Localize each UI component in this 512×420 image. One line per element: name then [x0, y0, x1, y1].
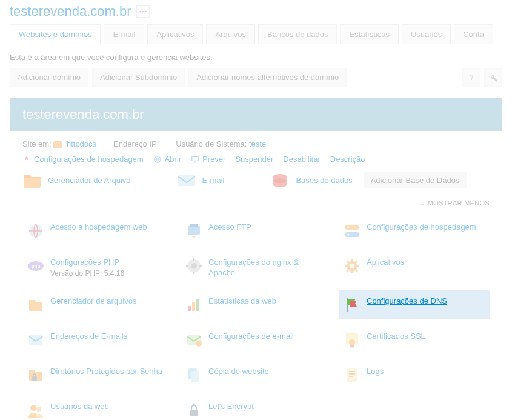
system-user-label: Usuário de Sistema: — [176, 139, 247, 148]
email-link[interactable]: E-mail — [177, 173, 225, 188]
help-button[interactable]: ? — [462, 68, 480, 87]
server-icon — [344, 222, 361, 239]
svg-rect-29 — [347, 368, 357, 382]
php-settings-link[interactable]: php Configurações PHP Versão do PHP: 5.4… — [22, 252, 173, 284]
web-users-link[interactable]: Usuários da web — [22, 396, 173, 420]
svg-rect-19 — [192, 302, 195, 311]
svg-point-25 — [349, 339, 355, 345]
domain-header: testerevenda.com.br — [10, 98, 502, 131]
databases-link[interactable]: Bases de dados — [270, 173, 352, 188]
suspend-link[interactable]: Suspender — [235, 155, 273, 164]
monitor-icon — [191, 155, 199, 164]
add-domain-button[interactable]: Adicionar domínio — [10, 68, 88, 87]
file-manager-link-grid[interactable]: Gerenciador de arquivos — [22, 290, 173, 319]
svg-point-15 — [191, 263, 197, 269]
svg-point-11 — [347, 233, 349, 235]
php-icon: php — [27, 258, 44, 275]
nginx-apache-link[interactable]: Configurações do nginx & Apache — [181, 252, 331, 284]
ftp-icon — [185, 222, 202, 239]
svg-rect-9 — [345, 232, 359, 237]
svg-rect-6 — [188, 226, 200, 235]
file-manager-link[interactable]: Gerenciador de Arquivo — [22, 173, 131, 188]
svg-point-10 — [347, 226, 349, 228]
envelope-icon — [27, 332, 44, 348]
domain-panel: testerevenda.com.br Site em: httpdocs En… — [10, 98, 502, 420]
svg-rect-32 — [190, 410, 198, 416]
system-user-link[interactable]: teste — [249, 139, 266, 148]
page-menu-button[interactable]: ⋯ — [136, 5, 150, 18]
site-in-label: Site em: — [22, 139, 52, 148]
httpdocs-link[interactable]: httpdocs — [67, 139, 96, 148]
folder-icon — [27, 296, 44, 313]
tab-email[interactable]: E-mail — [104, 24, 144, 44]
email-settings-link[interactable]: Configurações de e-mail — [181, 325, 331, 355]
tab-databases[interactable]: Bancos de dados — [258, 24, 337, 44]
svg-rect-26 — [32, 376, 37, 381]
svg-point-23 — [196, 341, 202, 347]
tab-websites-domains[interactable]: Websites e domínios — [10, 24, 101, 44]
globe-icon — [153, 155, 162, 164]
wrench-icon — [488, 73, 498, 82]
ftp-access-link[interactable]: Acesso FTP — [181, 216, 331, 245]
svg-rect-20 — [196, 299, 199, 311]
dns-settings-link[interactable]: Configurações de DNS — [339, 290, 490, 319]
svg-text:php: php — [32, 264, 41, 269]
main-tabs: Websites e domínios E-mail Aplicativos A… — [10, 24, 502, 44]
svg-rect-21 — [29, 335, 42, 345]
password-protected-dirs-link[interactable]: Diretórios Protegidos por Senha — [22, 361, 173, 390]
intro-text: Esta é a área em que você configura e ge… — [10, 44, 502, 68]
gear-globe-icon — [185, 258, 202, 275]
bar-chart-icon — [185, 296, 202, 313]
database-icon — [270, 173, 290, 188]
flag-icon — [344, 296, 361, 313]
logs-link[interactable]: Logs — [339, 361, 490, 390]
hosting-settings-link-grid[interactable]: Configurações de hospedagem — [339, 216, 490, 245]
preview-link[interactable]: Prever — [191, 155, 225, 164]
svg-rect-8 — [345, 225, 359, 230]
description-link[interactable]: Descrição — [330, 155, 365, 164]
lock-icon — [185, 402, 202, 419]
svg-point-4 — [273, 178, 287, 183]
web-statistics-link[interactable]: Estatísticas da web — [181, 290, 331, 319]
hosting-settings-link[interactable]: Configurações de hospedagem — [22, 155, 144, 164]
svg-rect-1 — [192, 156, 199, 161]
document-icon — [344, 367, 361, 384]
ssl-certificates-link[interactable]: Certificados SSL — [339, 325, 490, 355]
web-hosting-access-link[interactable]: Acesso a hospedagem web — [22, 216, 173, 245]
globe-icon — [27, 222, 44, 239]
website-copy-link[interactable]: Cópia de website — [181, 361, 331, 390]
users-icon — [27, 402, 44, 419]
applications-link[interactable]: Aplicativos — [339, 252, 490, 284]
email-addresses-link[interactable]: Endereços de E-mails — [22, 325, 173, 355]
envelope-gear-icon — [185, 332, 202, 348]
show-less-toggle[interactable]: ︿MOSTRAR MENOS — [22, 193, 490, 212]
svg-rect-7 — [190, 224, 198, 227]
tab-statistics[interactable]: Estatísticas — [340, 24, 398, 44]
disable-link[interactable]: Desabilitar — [283, 155, 320, 164]
tab-files[interactable]: Arquivos — [206, 24, 255, 44]
tools-grid: Acesso a hospedagem web Acesso FTP Confi… — [22, 212, 490, 420]
svg-rect-18 — [188, 306, 191, 311]
lets-encrypt-link[interactable]: Let's Encrypt — [181, 396, 331, 420]
folder-lock-icon — [27, 367, 44, 384]
tab-users[interactable]: Usuários — [402, 24, 451, 44]
page-title: testerevenda.com.br — [10, 4, 131, 19]
svg-point-30 — [30, 405, 36, 411]
add-subdomain-button[interactable]: Adicionar Subdomínio — [92, 68, 185, 87]
gear-icon — [344, 258, 361, 275]
tools-button[interactable] — [484, 68, 502, 87]
add-domain-alias-button[interactable]: Adicionar nomes alternativos de domínio — [188, 68, 347, 87]
tab-applications[interactable]: Aplicativos — [147, 24, 203, 44]
envelope-icon — [177, 173, 196, 188]
folder-icon — [53, 141, 62, 148]
tools-icon — [22, 155, 31, 164]
folder-icon — [22, 173, 42, 188]
document-copy-icon — [185, 367, 202, 384]
ip-label: Endereço IP: — [113, 139, 159, 148]
certificate-icon — [344, 332, 361, 348]
tab-account[interactable]: Conta — [454, 24, 493, 44]
add-database-button[interactable]: Adicionar Base de Dados — [364, 172, 467, 188]
open-link[interactable]: Abrir — [153, 155, 181, 164]
chevron-up-icon: ︿ — [419, 201, 425, 207]
svg-rect-28 — [191, 371, 199, 382]
